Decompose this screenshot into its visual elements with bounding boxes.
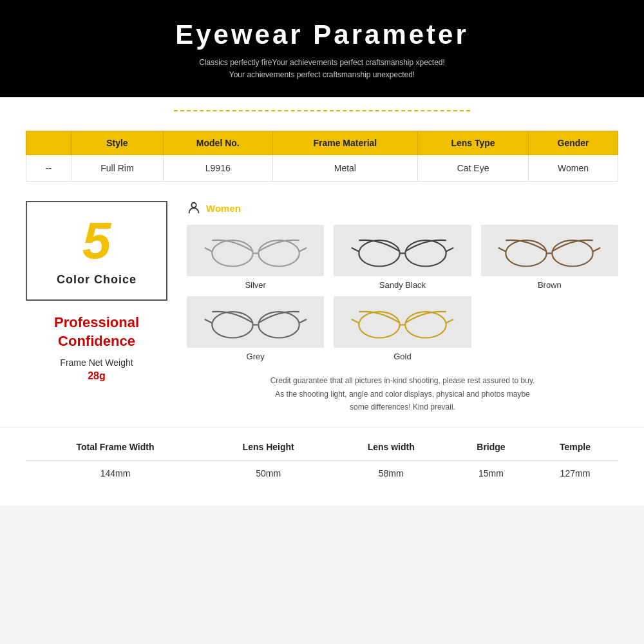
svg-line-5 <box>299 248 307 252</box>
color-label: Color Choice <box>37 273 156 287</box>
meas-col-temple: Temple <box>532 434 618 460</box>
meas-col-lens-width: Lens width <box>332 434 450 460</box>
person-icon <box>187 201 201 215</box>
glasses-svg-grey <box>194 299 317 345</box>
color-section: 5 Color Choice Professional Confidence F… <box>0 194 644 426</box>
svg-point-17 <box>258 312 299 338</box>
svg-line-15 <box>593 248 601 252</box>
glasses-image-gold <box>334 296 471 348</box>
glasses-svg-sandy-black <box>341 227 464 274</box>
header-section: Eyewear Parameter Classics perfectly fir… <box>0 0 644 97</box>
dashed-divider <box>174 110 470 111</box>
glasses-item-sandy-black: Sandy Black <box>334 225 471 290</box>
svg-point-0 <box>191 203 196 207</box>
glasses-image-brown <box>481 225 618 276</box>
glasses-item-brown: Brown <box>481 225 618 290</box>
meas-lens-width-val: 58mm <box>332 460 450 486</box>
professional-line2: Confidence <box>26 332 167 351</box>
svg-line-25 <box>446 319 454 323</box>
svg-point-2 <box>258 241 299 267</box>
svg-line-20 <box>299 319 307 323</box>
glasses-name-silver: Silver <box>187 280 324 290</box>
svg-point-11 <box>506 241 547 267</box>
specs-lens-type: Cat Eye <box>417 155 528 182</box>
svg-point-22 <box>405 312 446 338</box>
svg-line-9 <box>352 248 359 252</box>
specs-table: Style Model No. Frame Material Lens Type… <box>26 131 618 182</box>
subtitle-line2: Your achievements perfect craftsmanship … <box>13 69 631 81</box>
professional-line1: Professional <box>26 314 167 332</box>
header-title: Eyewear Parameter <box>13 19 631 50</box>
glasses-name-brown: Brown <box>481 280 618 290</box>
women-text: Women <box>206 203 241 214</box>
col-frame-material: Frame Material <box>272 131 417 155</box>
svg-point-6 <box>359 241 399 267</box>
svg-point-1 <box>212 241 252 267</box>
meas-col-bridge: Bridge <box>450 434 532 460</box>
specs-section: Style Model No. Frame Material Lens Type… <box>0 118 644 194</box>
col-model: Model No. <box>163 131 272 155</box>
credit-text: Credit guarantee that all pictures in-ki… <box>187 374 618 413</box>
glasses-svg-brown <box>488 227 611 274</box>
meas-col-frame-width: Total Frame Width <box>26 434 205 460</box>
color-number: 5 <box>37 215 156 267</box>
glasses-image-sandy-black <box>334 225 471 276</box>
credit-line3: some differences! Kind prevail. <box>187 401 618 413</box>
svg-point-21 <box>359 312 399 338</box>
divider-section <box>0 97 644 118</box>
meas-lens-height-val: 50mm <box>205 460 332 486</box>
measurements-table: Total Frame Width Lens Height Lens width… <box>26 434 618 486</box>
color-choice-box: 5 Color Choice <box>26 201 167 301</box>
frame-weight-value: 28g <box>26 370 167 382</box>
meas-frame-width-val: 144mm <box>26 460 205 486</box>
left-panel: 5 Color Choice Professional Confidence F… <box>26 201 180 413</box>
subtitle-line1: Classics perfectly fireYour achievements… <box>13 57 631 69</box>
col-blank <box>26 131 71 155</box>
specs-placeholder: -- <box>26 155 71 182</box>
svg-point-16 <box>212 312 252 338</box>
glasses-item-silver: Silver <box>187 225 324 290</box>
glasses-image-grey <box>187 296 324 348</box>
right-panel: Women Silver <box>180 201 618 413</box>
svg-point-12 <box>553 241 593 267</box>
professional-text: Professional Confidence <box>26 314 167 350</box>
credit-line1: Credit guarantee that all pictures in-ki… <box>187 374 618 387</box>
specs-material: Metal <box>272 155 417 182</box>
col-gender: Gender <box>529 131 618 155</box>
women-label-row: Women <box>187 201 618 215</box>
glasses-svg-gold <box>341 299 464 345</box>
header-subtitle: Classics perfectly fireYour achievements… <box>13 57 631 81</box>
glasses-name-sandy-black: Sandy Black <box>334 280 471 290</box>
meas-bridge-val: 15mm <box>450 460 532 486</box>
meas-temple-val: 127mm <box>532 460 618 486</box>
svg-line-19 <box>204 319 212 323</box>
specs-style: Full Rim <box>71 155 163 182</box>
specs-model: L9916 <box>163 155 272 182</box>
glasses-item-gold: Gold <box>334 296 471 361</box>
svg-line-10 <box>446 248 454 252</box>
svg-line-24 <box>352 319 359 323</box>
svg-point-7 <box>405 241 446 267</box>
frame-weight-label: Frame Net Weight <box>26 357 167 368</box>
col-lens-type: Lens Type <box>417 131 528 155</box>
glasses-item-grey: Grey <box>187 296 324 361</box>
meas-col-lens-height: Lens Height <box>205 434 332 460</box>
svg-line-4 <box>204 248 212 252</box>
specs-gender: Women <box>529 155 618 182</box>
glasses-name-grey: Grey <box>187 352 324 361</box>
measurements-row: 144mm 50mm 58mm 15mm 127mm <box>26 460 618 486</box>
measurements-section: Total Frame Width Lens Height Lens width… <box>0 427 644 506</box>
glasses-name-gold: Gold <box>334 352 471 361</box>
credit-line2: As the shooting light, angle and color d… <box>187 388 618 401</box>
col-style: Style <box>71 131 163 155</box>
glasses-image-silver <box>187 225 324 276</box>
glasses-grid: Silver Sandy Black <box>187 225 618 361</box>
specs-row: -- Full Rim L9916 Metal Cat Eye Women <box>26 155 618 182</box>
svg-line-14 <box>498 248 506 252</box>
glasses-svg-silver <box>194 227 317 274</box>
